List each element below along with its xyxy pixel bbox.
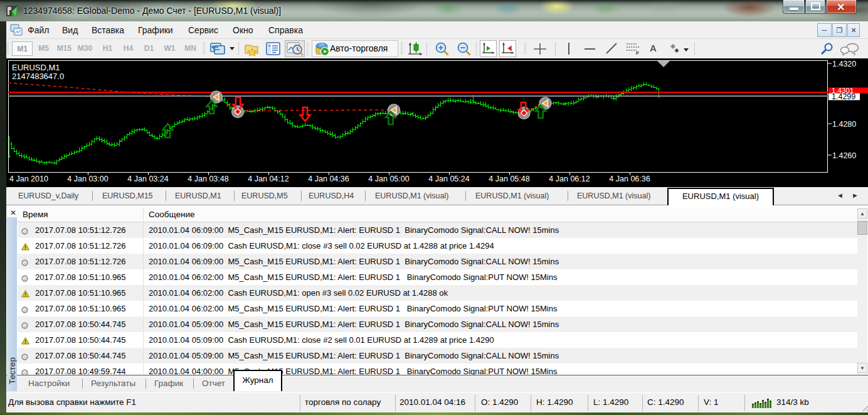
svg-text:4 Jan 03:00: 4 Jan 03:00	[67, 175, 108, 183]
svg-text:EURUSD,M1: EURUSD,M1	[12, 63, 60, 72]
svg-text:1.4320: 1.4320	[832, 60, 856, 68]
svg-text:4 Jan 05:24: 4 Jan 05:24	[428, 175, 469, 183]
svg-text:4 Jan 03:48: 4 Jan 03:48	[188, 175, 228, 183]
svg-text:F: F	[636, 50, 639, 55]
svg-text:1.4280: 1.4280	[832, 120, 856, 129]
svg-text:4 Jan 2010: 4 Jan 2010	[9, 175, 48, 183]
svg-text:4 Jan 04:12: 4 Jan 04:12	[248, 175, 288, 183]
svg-text:2147483647.0: 2147483647.0	[12, 72, 64, 81]
svg-text:1.4299: 1.4299	[832, 92, 855, 101]
svg-text:4 Jan 06:36: 4 Jan 06:36	[609, 175, 650, 183]
svg-text:4 Jan 06:12: 4 Jan 06:12	[549, 175, 590, 183]
svg-text:4 Jan 05:48: 4 Jan 05:48	[489, 175, 529, 183]
svg-text:1.4260: 1.4260	[832, 151, 856, 160]
svg-text:4 Jan 03:24: 4 Jan 03:24	[127, 175, 168, 183]
svg-text:4 Jan 05:00: 4 Jan 05:00	[368, 175, 409, 183]
svg-text:4 Jan 04:36: 4 Jan 04:36	[308, 175, 349, 183]
